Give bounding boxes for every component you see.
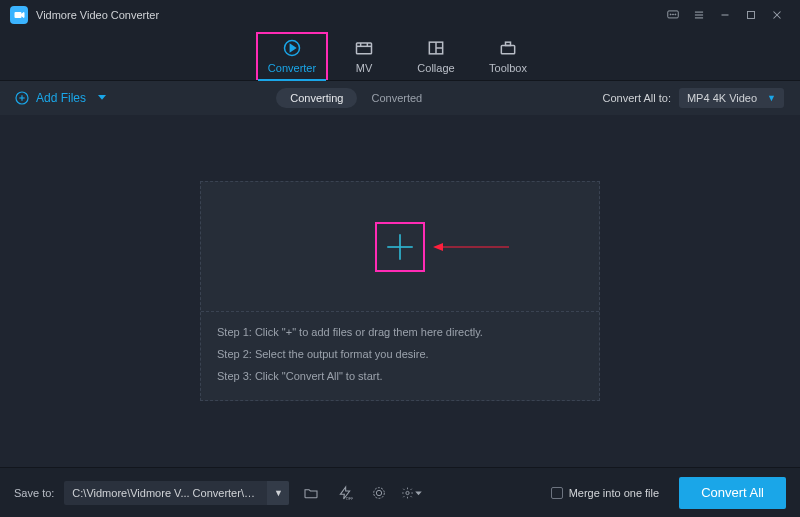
settings-button[interactable]: [401, 481, 425, 505]
close-button[interactable]: [764, 2, 790, 28]
app-logo-icon: [10, 6, 28, 24]
step-text: Step 2: Select the output format you des…: [217, 348, 583, 360]
tab-mv[interactable]: MV: [328, 34, 400, 80]
svg-marker-36: [416, 491, 423, 495]
svg-point-4: [675, 14, 676, 15]
output-path-box: C:\Vidmore\Vidmore V... Converter\Conver…: [64, 481, 289, 505]
main-area: Step 1: Click "+" to add files or drag t…: [0, 115, 800, 467]
app-title: Vidmore Video Converter: [36, 9, 159, 21]
main-nav: Converter MV Collage Toolbox: [0, 30, 800, 81]
svg-rect-9: [748, 12, 755, 19]
svg-rect-22: [506, 42, 511, 45]
convert-all-to: Convert All to: MP4 4K Video ▼: [602, 88, 784, 108]
bottom-bar: Save to: C:\Vidmore\Vidmore V... Convert…: [0, 467, 800, 517]
svg-rect-21: [501, 46, 514, 54]
subtab-converted[interactable]: Converted: [357, 88, 436, 108]
status-tabs: Converting Converted: [276, 88, 436, 108]
title-bar: Vidmore Video Converter: [0, 0, 800, 30]
drop-zone-upper: [201, 182, 599, 312]
step-text: Step 1: Click "+" to add files or drag t…: [217, 326, 583, 338]
tab-label: Collage: [417, 62, 454, 74]
svg-point-33: [374, 487, 385, 498]
step-text: Step 3: Click "Convert All" to start.: [217, 370, 583, 382]
add-files-button[interactable]: Add Files: [14, 89, 110, 108]
chevron-down-icon: [94, 89, 110, 108]
chevron-down-icon: ▼: [767, 93, 776, 103]
tab-label: Toolbox: [489, 62, 527, 74]
convert-all-to-label: Convert All to:: [602, 92, 670, 104]
svg-point-35: [406, 491, 409, 494]
svg-text:OFF: OFF: [346, 496, 353, 501]
tab-toolbox[interactable]: Toolbox: [472, 34, 544, 80]
svg-marker-26: [98, 95, 106, 100]
open-folder-button[interactable]: [299, 481, 323, 505]
output-path-dropdown[interactable]: ▼: [267, 481, 289, 505]
output-format-select[interactable]: MP4 4K Video ▼: [679, 88, 784, 108]
svg-point-3: [673, 14, 674, 15]
menu-icon[interactable]: [686, 2, 712, 28]
maximize-button[interactable]: [738, 2, 764, 28]
svg-rect-0: [15, 12, 22, 18]
sub-bar: Add Files Converting Converted Convert A…: [0, 81, 800, 115]
tab-converter[interactable]: Converter: [256, 32, 328, 80]
drop-zone-steps: Step 1: Click "+" to add files or drag t…: [201, 312, 599, 400]
svg-rect-14: [357, 43, 372, 54]
output-format-value: MP4 4K Video: [687, 92, 757, 104]
drop-zone[interactable]: Step 1: Click "+" to add files or drag t…: [200, 181, 600, 401]
checkbox-box: [551, 487, 563, 499]
add-files-label: Add Files: [36, 91, 86, 105]
tab-collage[interactable]: Collage: [400, 34, 472, 80]
feedback-icon[interactable]: [660, 2, 686, 28]
subtab-converting[interactable]: Converting: [276, 88, 357, 108]
svg-marker-30: [433, 243, 443, 251]
tab-label: Converter: [268, 62, 316, 74]
merge-label: Merge into one file: [569, 487, 660, 499]
convert-all-label: Convert All: [701, 485, 764, 500]
add-files-plus-button[interactable]: [375, 222, 425, 272]
svg-point-2: [670, 14, 671, 15]
tab-label: MV: [356, 62, 373, 74]
save-to-label: Save to:: [14, 487, 54, 499]
merge-checkbox[interactable]: Merge into one file: [551, 487, 660, 499]
hardware-accel-button[interactable]: OFF: [333, 481, 357, 505]
minimize-button[interactable]: [712, 2, 738, 28]
output-path-value: C:\Vidmore\Vidmore V... Converter\Conver…: [64, 487, 267, 499]
high-speed-button[interactable]: [367, 481, 391, 505]
svg-point-34: [377, 490, 382, 495]
annotation-arrow-icon: [433, 241, 509, 253]
convert-all-button[interactable]: Convert All: [679, 477, 786, 509]
svg-marker-13: [290, 45, 295, 52]
